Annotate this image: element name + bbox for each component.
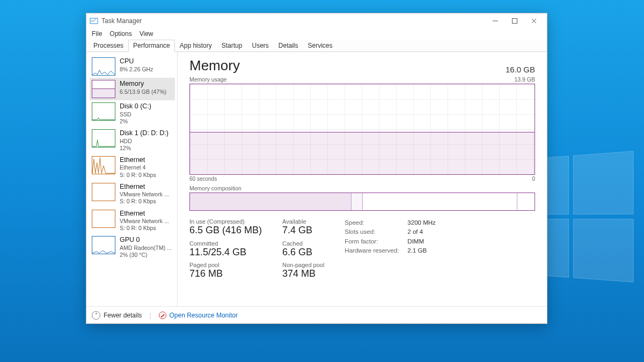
memory-capacity: 16.0 GB [506, 65, 535, 74]
footer: ˄ Fewer details | Open Resource Monitor [86, 306, 547, 323]
tab-performance[interactable]: Performance [128, 40, 175, 52]
task-manager-icon [90, 17, 98, 25]
sidebar-item-ethernet-1[interactable]: EthernetVMware Network ...S: 0 R: 0 Kbps [90, 181, 175, 208]
close-button[interactable] [524, 14, 544, 28]
cached-value: 6.6 GB [282, 247, 324, 258]
committed-value: 11.5/25.4 GB [189, 247, 262, 258]
paged-label: Paged pool [189, 262, 262, 268]
memory-thumb-icon [92, 80, 115, 98]
time-axis-right: 0 [532, 176, 535, 182]
sidebar: CPU8% 2.26 GHz Memory6.5/13.9 GB (47%) D… [86, 52, 178, 306]
titlebar[interactable]: Task Manager [86, 13, 547, 28]
usage-chart-label: Memory usage [189, 76, 226, 83]
sidebar-item-label: Memory [120, 80, 166, 88]
disk-thumb-icon [92, 129, 115, 147]
open-resource-monitor-link[interactable]: Open Resource Monitor [159, 312, 238, 319]
cached-label: Cached [282, 240, 324, 247]
sidebar-item-ethernet-0[interactable]: EthernetEthernet 4S: 0 R: 0 Kbps [90, 154, 175, 181]
sidebar-item-label: Ethernet [120, 183, 169, 191]
sidebar-item-label: Disk 0 (C:) [120, 102, 151, 111]
fewer-details-button[interactable]: ˄ Fewer details [92, 311, 142, 320]
page-title: Memory [189, 57, 240, 74]
available-value: 7.4 GB [282, 225, 324, 236]
disk-thumb-icon [92, 102, 115, 121]
sidebar-item-label: Ethernet [120, 156, 156, 165]
menu-options[interactable]: Options [109, 30, 131, 38]
memory-composition-bar [189, 193, 535, 211]
tab-services[interactable]: Services [303, 40, 338, 52]
sidebar-item-label: GPU 0 [120, 236, 172, 245]
chevron-up-icon: ˄ [92, 311, 100, 320]
paged-value: 716 MB [189, 268, 262, 279]
resource-monitor-icon [159, 312, 166, 319]
tab-startup[interactable]: Startup [217, 40, 247, 52]
ethernet-thumb-icon [92, 156, 115, 174]
time-axis-left: 60 seconds [189, 176, 217, 182]
sidebar-item-ethernet-2[interactable]: EthernetVMware Network ...S: 0 R: 0 Kbps [90, 208, 175, 234]
menu-view[interactable]: View [140, 30, 153, 38]
window-title: Task Manager [101, 17, 142, 25]
committed-label: Committed [189, 240, 262, 247]
inuse-label: In use (Compressed) [189, 218, 262, 225]
memory-usage-chart [189, 84, 535, 175]
cpu-thumb-icon [92, 57, 115, 76]
inuse-value: 6.5 GB (416 MB) [189, 225, 262, 236]
minimize-button[interactable] [486, 14, 505, 28]
nonpaged-label: Non-paged pool [282, 262, 324, 268]
sidebar-item-memory[interactable]: Memory6.5/13.9 GB (47%) [90, 78, 175, 100]
tab-details[interactable]: Details [274, 40, 303, 52]
gpu-thumb-icon [92, 236, 115, 254]
nonpaged-value: 374 MB [282, 268, 324, 279]
composition-label: Memory composition [189, 185, 535, 191]
tab-app-history[interactable]: App history [175, 40, 217, 52]
menubar: File Options View [86, 28, 547, 39]
ethernet-thumb-icon [92, 210, 115, 228]
maximize-button[interactable] [505, 14, 524, 28]
sidebar-item-label: Disk 1 (D: D: D:) [120, 129, 169, 138]
sidebar-item-cpu[interactable]: CPU8% 2.26 GHz [90, 55, 175, 78]
sidebar-item-label: Ethernet [120, 210, 169, 218]
sidebar-item-gpu[interactable]: GPU 0AMD Radeon(TM) ...2% (30 °C) [90, 234, 175, 261]
usage-chart-max: 13.9 GB [514, 76, 535, 83]
ethernet-thumb-icon [92, 183, 115, 201]
sidebar-item-disk0[interactable]: Disk 0 (C:)SSD2% [90, 100, 175, 127]
svg-rect-2 [513, 19, 517, 24]
menu-file[interactable]: File [92, 30, 102, 38]
task-manager-window: Task Manager File Options View Processes… [86, 13, 547, 324]
sidebar-item-disk1[interactable]: Disk 1 (D: D: D:)HDD12% [90, 127, 175, 154]
memory-specs: Speed:3200 MHz Slots used:2 of 4 Form fa… [345, 218, 435, 284]
main-panel: Memory 16.0 GB Memory usage 13.9 GB 60 s… [178, 52, 547, 306]
sidebar-item-label: CPU [120, 57, 153, 66]
tab-users[interactable]: Users [247, 40, 273, 52]
tab-processes[interactable]: Processes [89, 40, 128, 52]
available-label: Available [282, 218, 324, 225]
tab-strip: Processes Performance App history Startu… [86, 39, 547, 52]
